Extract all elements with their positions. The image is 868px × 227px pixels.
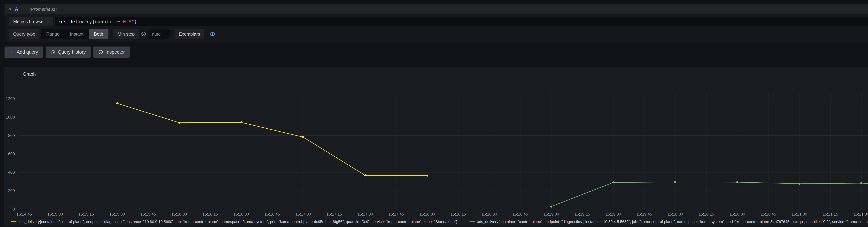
svg-text:15:20:00: 15:20:00 [668,212,683,217]
svg-text:15:15:30: 15:15:30 [110,212,125,217]
metrics-browser-button[interactable]: Metrics browser › [9,17,53,26]
svg-text:15:16:30: 15:16:30 [234,212,249,217]
svg-text:15:17:00: 15:17:00 [296,212,311,217]
svg-text:15:21:15: 15:21:15 [823,212,838,217]
exemplars-label: Exemplars [175,29,204,39]
svg-text:600: 600 [8,152,15,156]
query-type-radio-group: Range Instant Both [41,29,108,39]
svg-text:15:18:15: 15:18:15 [451,212,466,217]
min-step-label: Min step [113,29,139,39]
clock-icon [51,50,55,55]
svg-text:800: 800 [8,133,15,138]
svg-text:15:15:15: 15:15:15 [78,212,94,217]
svg-text:15:20:15: 15:20:15 [699,212,714,217]
svg-text:15:18:00: 15:18:00 [420,212,435,217]
min-step-info-icon[interactable] [141,31,146,37]
collapse-query-row-icon[interactable]: ▾ [9,7,11,11]
datasource-hint: (Prometheus) [29,7,57,12]
query-history-label: Query history [58,50,86,55]
expr-close-token: } [134,19,137,24]
metrics-browser-label: Metrics browser [13,19,45,24]
query-type-both-option[interactable]: Both [89,29,108,39]
expr-operator-token: = [117,19,120,24]
legend-item[interactable]: xds_delivery{container="control-plane", … [469,220,868,224]
svg-text:15:19:30: 15:19:30 [606,212,621,217]
svg-text:15:17:45: 15:17:45 [389,212,404,217]
query-editor-row: Metrics browser › xds_delivery{quantile=… [4,14,868,26]
svg-text:15:21:30: 15:21:30 [854,212,868,217]
query-type-range-option[interactable]: Range [41,29,65,39]
explore-toolbar: Add query Query history Inspector [4,46,130,58]
svg-text:15:16:15: 15:16:15 [203,212,218,217]
svg-text:15:19:00: 15:19:00 [544,212,559,217]
explore-view: ▾ A (Prometheus) Metrics browser [0,0,868,227]
inspector-button[interactable]: Inspector [93,46,130,58]
query-type-instant-option[interactable]: Instant [65,29,89,39]
svg-text:0: 0 [12,207,15,212]
svg-text:15:20:45: 15:20:45 [761,212,776,217]
svg-text:1200: 1200 [6,97,15,101]
svg-text:15:16:00: 15:16:00 [172,212,187,217]
exemplars-toggle-icon[interactable] [209,31,216,37]
svg-text:15:18:45: 15:18:45 [513,212,528,217]
info-circle-icon [98,50,103,55]
svg-text:15:19:15: 15:19:15 [575,212,590,217]
add-query-label: Add query [17,50,38,55]
svg-text:15:19:45: 15:19:45 [637,212,652,217]
promql-expression-input[interactable]: xds_delivery{quantile="0.9"} [54,17,868,26]
svg-text:15:15:45: 15:15:45 [141,212,156,217]
svg-text:15:14:45: 15:14:45 [16,212,32,217]
query-type-label: Query type [9,29,39,39]
svg-text:15:21:00: 15:21:00 [792,212,807,217]
legend-series-swatch [11,222,17,222]
graph-legend: xds_delivery{container="control-plane", … [11,220,868,224]
panel-title: Graph [23,71,36,77]
grafana-explore: { "colors": { "background": "#111217", "… [0,0,868,227]
query-row-header[interactable]: ▾ A (Prometheus) [4,4,868,14]
query-history-button[interactable]: Query history [45,46,91,58]
graph-panel: Graph Lines Bars Points Stacked lines St… [4,67,868,226]
legend-series-swatch [469,222,475,222]
svg-text:1000: 1000 [6,115,15,120]
angle-right-icon: › [47,19,49,24]
expr-label-name-token: quantile [95,19,117,24]
svg-text:15:17:30: 15:17:30 [358,212,373,217]
svg-text:400: 400 [8,170,15,174]
svg-text:15:16:45: 15:16:45 [265,212,280,217]
query-options-row: Query type Range Instant Both Min step E… [4,26,868,39]
add-query-button[interactable]: Add query [4,46,43,58]
svg-text:15:20:30: 15:20:30 [730,212,745,217]
svg-text:15:15:00: 15:15:00 [48,212,63,217]
min-step-input[interactable] [149,29,170,39]
legend-item[interactable]: xds_delivery{container="control-plane", … [11,220,457,224]
svg-text:15:18:30: 15:18:30 [482,212,497,217]
legend-series-label: xds_delivery{container="control-plane", … [19,220,457,224]
plus-icon [9,50,14,55]
svg-text:200: 200 [8,189,15,193]
query-ref-id: A [15,6,18,12]
expr-metric-token: xds_delivery{ [58,19,95,24]
inspector-label: Inspector [105,50,125,55]
query-editor-card: ▾ A (Prometheus) Metrics browser [4,4,868,42]
time-series-chart[interactable]: 02004006008001000120015:14:4515:15:0015:… [5,67,868,226]
svg-text:15:17:15: 15:17:15 [327,212,342,217]
legend-series-label: xds_delivery{container="control-plane", … [477,220,868,224]
expr-label-value-token: "0.9" [120,19,134,24]
